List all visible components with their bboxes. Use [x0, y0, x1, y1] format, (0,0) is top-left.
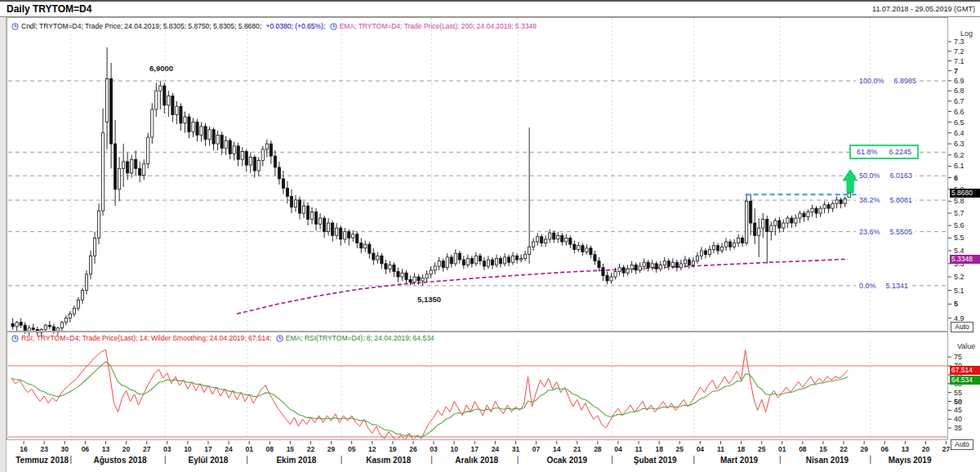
- clock-icon: [276, 335, 283, 342]
- rsi-tick-label: 45: [954, 406, 962, 414]
- x-axis-day-label[interactable]: 28: [594, 445, 601, 453]
- x-axis-day-label[interactable]: 29: [860, 445, 867, 453]
- x-axis-day-label[interactable]: 19: [389, 445, 396, 453]
- x-axis-day-label[interactable]: 23: [40, 445, 47, 453]
- candle-change-text: +0.0380; (+0.65%);: [266, 22, 327, 30]
- x-axis-month-label: Temmuz 2018: [16, 456, 69, 465]
- x-axis-day-label[interactable]: 07: [532, 445, 540, 453]
- price-tick-label: 7.2: [954, 47, 964, 56]
- x-axis-day-label[interactable]: 21: [573, 445, 581, 453]
- x-axis-day-label[interactable]: 03: [163, 445, 171, 453]
- x-axis-month-label: Nisan 2019: [806, 456, 849, 465]
- price-tick-label: 6.5: [954, 118, 964, 127]
- rsi-tick-label: 40: [954, 415, 962, 423]
- fib-level-label[interactable]: 38.2%5.8081: [856, 196, 915, 204]
- x-axis-day-label[interactable]: 01: [245, 445, 252, 453]
- rsi-legend-text: RSI; TRYTOM=D4; Trade Price(Last); 14; W…: [21, 334, 274, 342]
- fib-level-label[interactable]: 61.8%6.2245: [849, 145, 919, 159]
- chart-header: Daily TRYTOM=D4 11.07.2018 - 29.05.2019 …: [0, 2, 980, 17]
- x-axis-day-label[interactable]: 13: [902, 445, 909, 453]
- price-tick-label: 6.3: [954, 140, 964, 148]
- date-range-label: 11.07.2018 - 29.05.2019 (GMT): [872, 5, 975, 13]
- clock-icon: [11, 23, 19, 30]
- x-axis-day-label[interactable]: 15: [819, 445, 826, 453]
- x-axis-day-label[interactable]: 25: [758, 445, 765, 453]
- rsi-ema-legend-text: EMA; RSI(TRYTOM=D4); 8; 24.04.2019; 64.5…: [286, 334, 434, 342]
- rsi-legend: RSI; TRYTOM=D4; Trade Price(Last); 14; W…: [11, 334, 434, 342]
- x-axis-month-label: Mayıs 2019: [889, 456, 932, 465]
- x-axis-day-label[interactable]: 22: [307, 445, 314, 453]
- x-axis-day-label[interactable]: 08: [266, 445, 274, 453]
- x-axis-day-label[interactable]: 11: [717, 445, 724, 453]
- x-axis-day-label[interactable]: 29: [327, 445, 335, 453]
- x-axis-day-label[interactable]: 15: [287, 445, 294, 453]
- x-axis-day-label[interactable]: 04: [697, 445, 704, 453]
- fib-level-label[interactable]: 0.0%5.1341: [856, 282, 911, 290]
- price-tick-label: 6.8: [954, 87, 964, 95]
- x-axis-day-label[interactable]: 04: [614, 445, 621, 453]
- x-axis-month-separator: |: [869, 455, 871, 464]
- price-tick-label: 6.1: [954, 162, 964, 170]
- fib-percent: 23.6%: [859, 228, 880, 236]
- x-axis-day-label[interactable]: 10: [184, 445, 191, 453]
- x-axis-month-separator: |: [693, 455, 696, 464]
- rsi-ema-value-badge: 64.534: [950, 376, 980, 385]
- x-axis-day-label[interactable]: 14: [553, 445, 560, 453]
- price-tick-label: 5.6: [954, 221, 964, 229]
- rsi-tick-label: 75: [954, 353, 962, 361]
- x-axis-day-label[interactable]: 08: [799, 445, 806, 453]
- x-axis-month-separator: |: [611, 455, 613, 464]
- x-axis-day-label[interactable]: 27: [942, 445, 950, 453]
- price-tick-label: 7.3: [954, 38, 964, 46]
- x-axis-day-label[interactable]: 27: [143, 445, 150, 453]
- price-tick-label: 5.8: [954, 197, 964, 205]
- x-axis-day-label[interactable]: 17: [471, 445, 479, 453]
- fib-price: 5.1341: [886, 282, 909, 290]
- x-axis-day-label[interactable]: 22: [840, 445, 847, 453]
- price-tick-label: 5.5: [954, 234, 964, 242]
- x-axis-day-label[interactable]: 06: [881, 445, 889, 453]
- x-axis-day-label[interactable]: 17: [204, 445, 212, 453]
- x-axis-month-separator: |: [779, 455, 782, 464]
- fib-price: 5.8081: [890, 196, 913, 204]
- x-axis-day-label[interactable]: 11: [635, 445, 643, 453]
- x-axis-day-label[interactable]: 05: [348, 445, 355, 453]
- x-axis-month-separator: |: [246, 455, 248, 464]
- rsi-chart-panel[interactable]: [7, 332, 948, 440]
- x-axis-day-label[interactable]: 16: [20, 445, 27, 453]
- x-axis-day-label[interactable]: 24: [492, 445, 499, 453]
- x-axis-day-label[interactable]: 18: [655, 445, 662, 453]
- x-axis-month-label: Şubat 2019: [634, 456, 677, 465]
- x-axis-day-label[interactable]: 18: [737, 445, 745, 453]
- x-axis-day-label[interactable]: 31: [512, 445, 519, 453]
- x-axis-day-label[interactable]: 13: [102, 445, 109, 453]
- rsi-axis-auto-button[interactable]: Auto: [951, 439, 973, 450]
- x-axis-month-label: Ağustos 2018: [94, 456, 147, 465]
- x-axis-day-label[interactable]: 26: [409, 445, 416, 453]
- chart-window: Daily TRYTOM=D4 11.07.2018 - 29.05.2019 …: [0, 0, 980, 472]
- x-axis-month-label: Aralık 2018: [455, 456, 498, 465]
- fib-level-label[interactable]: 23.6%5.5505: [856, 228, 915, 236]
- x-axis-day-label[interactable]: 25: [676, 445, 684, 453]
- x-axis-day-label[interactable]: 06: [82, 445, 89, 453]
- price-tick-label: 7: [954, 67, 958, 75]
- left-resize-gutter[interactable]: [0, 17, 7, 472]
- price-chart-panel[interactable]: [7, 17, 948, 332]
- x-axis-day-label[interactable]: 01: [778, 445, 786, 453]
- x-axis-day-label[interactable]: 30: [61, 445, 69, 453]
- x-axis-day-label[interactable]: 20: [922, 445, 929, 453]
- x-axis-day-label[interactable]: 24: [225, 445, 232, 453]
- price-scale-label[interactable]: Log: [960, 29, 973, 38]
- price-axis-auto-button[interactable]: Auto: [951, 322, 973, 332]
- x-axis-day-label[interactable]: 03: [430, 445, 437, 453]
- price-tick-label: 5.1: [954, 287, 964, 295]
- price-tick-label: 6.6: [954, 108, 964, 116]
- x-axis-day-label[interactable]: 10: [450, 445, 457, 453]
- page-title: Daily TRYTOM=D4: [7, 3, 91, 15]
- fib-level-label[interactable]: 50.0%6.0163: [856, 171, 915, 180]
- x-axis-day-label[interactable]: 20: [122, 445, 130, 453]
- fib-level-label[interactable]: 100.0%6.8985: [856, 77, 920, 85]
- fib-percent: 0.0%: [859, 282, 876, 290]
- x-axis-day-label[interactable]: 12: [368, 445, 376, 453]
- x-axis-month-label: Ekim 2018: [276, 456, 316, 465]
